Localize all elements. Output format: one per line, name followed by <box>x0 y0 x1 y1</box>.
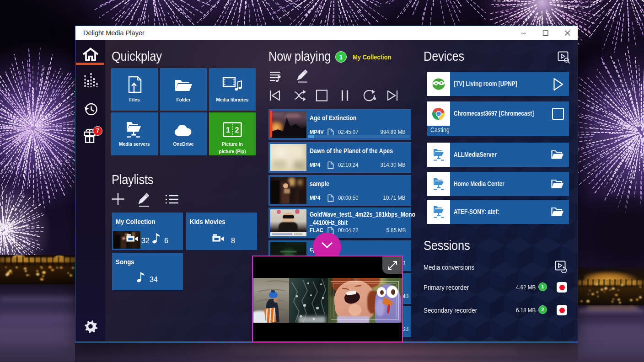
svg-text:2: 2 <box>235 126 239 134</box>
svg-text:1: 1 <box>226 126 230 134</box>
